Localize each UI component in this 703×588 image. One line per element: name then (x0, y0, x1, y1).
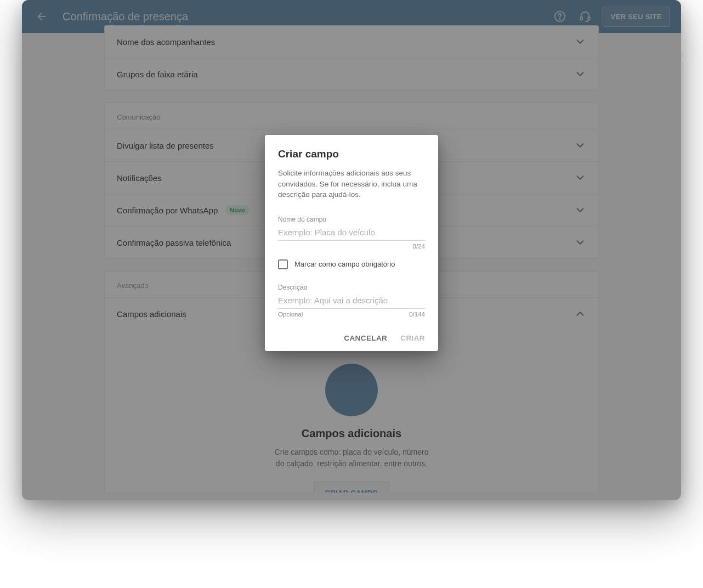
create-button[interactable]: CRIAR (400, 334, 425, 342)
field-description-label: Descrição (278, 284, 425, 291)
field-description-counter: 0/144 (409, 311, 425, 318)
dialog-actions: CANCELAR CRIAR (278, 334, 425, 342)
dialog-description: Solicite informações adicionais aos seus… (278, 168, 425, 200)
required-checkbox-row[interactable]: Marcar como campo obrigatório (278, 259, 425, 269)
required-checkbox[interactable] (278, 259, 288, 269)
field-name-input[interactable] (278, 224, 425, 241)
cancel-button[interactable]: CANCELAR (344, 334, 387, 342)
dialog-title: Criar campo (278, 148, 425, 160)
field-name-counter: 0/24 (413, 243, 425, 250)
required-checkbox-label: Marcar como campo obrigatório (294, 260, 395, 268)
field-name-group: Nome do campo 0/24 (278, 216, 425, 250)
app-frame: Confirmação de presença VER SEU SITE Nom… (22, 0, 681, 500)
field-description-hint: Opcional (278, 311, 303, 318)
create-field-dialog: Criar campo Solicite informações adicion… (265, 135, 438, 351)
modal-overlay[interactable]: Criar campo Solicite informações adicion… (22, 0, 681, 500)
field-name-label: Nome do campo (278, 216, 425, 223)
field-description-input[interactable] (278, 292, 425, 309)
field-description-group: Descrição Opcional 0/144 (278, 284, 425, 318)
